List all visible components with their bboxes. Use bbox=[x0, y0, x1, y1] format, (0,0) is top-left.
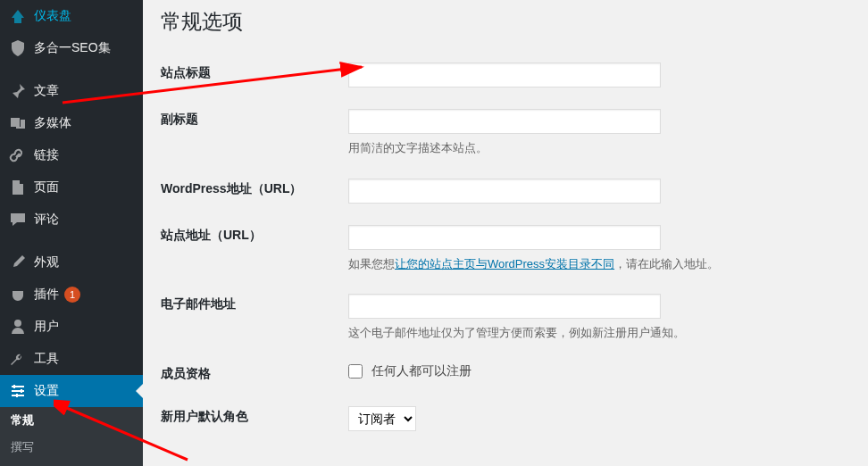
menu-plugins[interactable]: 插件 1 bbox=[0, 279, 143, 311]
menu-label: 多合一SEO集 bbox=[34, 40, 111, 56]
content-area: 常规选项 站点标题 副标题 用简洁的文字描述本站点。 WordPress地址（U… bbox=[143, 0, 868, 466]
membership-checkbox-label: 任何人都可以注册 bbox=[371, 363, 472, 378]
menu-posts[interactable]: 文章 bbox=[0, 75, 143, 107]
comment-icon bbox=[9, 211, 27, 229]
site-title-input[interactable] bbox=[348, 62, 661, 87]
menu-label: 用户 bbox=[34, 319, 59, 335]
label-default-role: 新用户默认角色 bbox=[161, 395, 339, 442]
site-url-desc: 如果您想让您的站点主页与WordPress安装目录不同，请在此输入地址。 bbox=[348, 255, 841, 273]
membership-option[interactable]: 任何人都可以注册 bbox=[348, 363, 472, 378]
plug-icon bbox=[9, 286, 27, 304]
dashboard-icon bbox=[9, 7, 27, 25]
menu-label: 仪表盘 bbox=[34, 8, 71, 24]
media-icon bbox=[9, 114, 27, 132]
email-desc: 这个电子邮件地址仅为了管理方便而索要，例如新注册用户通知。 bbox=[348, 324, 841, 342]
menu-pages[interactable]: 页面 bbox=[0, 171, 143, 204]
menu-label: 外观 bbox=[34, 254, 59, 270]
label-tagline: 副标题 bbox=[161, 98, 339, 168]
menu-label: 设置 bbox=[34, 383, 59, 399]
menu-users[interactable]: 用户 bbox=[0, 311, 143, 343]
menu-label: 文章 bbox=[34, 83, 59, 99]
site-url-input[interactable] bbox=[348, 225, 661, 250]
menu-label: 工具 bbox=[34, 351, 59, 367]
label-site-url: 站点地址（URL） bbox=[161, 214, 339, 284]
site-url-help-link[interactable]: 让您的站点主页与WordPress安装目录不同 bbox=[395, 257, 614, 270]
settings-form: 站点标题 副标题 用简洁的文字描述本站点。 WordPress地址（URL） bbox=[161, 52, 850, 442]
sliders-icon bbox=[9, 382, 27, 400]
menu-links[interactable]: 链接 bbox=[0, 139, 143, 171]
menu-label: 多媒体 bbox=[34, 115, 71, 131]
label-site-title: 站点标题 bbox=[161, 52, 339, 98]
membership-checkbox[interactable] bbox=[348, 364, 363, 379]
menu-label: 页面 bbox=[34, 179, 59, 196]
user-icon bbox=[9, 318, 27, 336]
admin-email-input[interactable] bbox=[348, 294, 661, 319]
menu-label: 评论 bbox=[34, 212, 59, 228]
label-membership: 成员资格 bbox=[161, 353, 339, 395]
admin-sidebar: 仪表盘 多合一SEO集 文章 多媒体 链接 页面 评论 bbox=[0, 0, 143, 466]
menu-label: 插件 bbox=[34, 287, 59, 303]
menu-comments[interactable]: 评论 bbox=[0, 204, 143, 236]
tagline-input[interactable] bbox=[348, 109, 661, 134]
menu-label: 链接 bbox=[34, 147, 59, 163]
page-icon bbox=[9, 179, 27, 196]
menu-dashboard[interactable]: 仪表盘 bbox=[0, 0, 143, 32]
shield-icon bbox=[9, 39, 27, 57]
brush-icon bbox=[9, 254, 27, 271]
submenu-reading[interactable]: 阅读 bbox=[0, 461, 143, 466]
tagline-desc: 用简洁的文字描述本站点。 bbox=[348, 139, 841, 157]
default-role-select[interactable]: 订阅者 bbox=[348, 406, 416, 431]
submenu-general[interactable]: 常规 bbox=[0, 407, 143, 434]
settings-submenu: 常规 撰写 阅读 bbox=[0, 407, 143, 466]
label-email: 电子邮件地址 bbox=[161, 283, 339, 353]
pin-icon bbox=[9, 82, 27, 100]
label-wp-url: WordPress地址（URL） bbox=[161, 168, 339, 214]
menu-seo[interactable]: 多合一SEO集 bbox=[0, 32, 143, 64]
wp-url-input[interactable] bbox=[348, 179, 661, 204]
link-icon bbox=[9, 146, 27, 164]
page-title: 常规选项 bbox=[161, 0, 850, 52]
menu-media[interactable]: 多媒体 bbox=[0, 107, 143, 139]
menu-tools[interactable]: 工具 bbox=[0, 343, 143, 375]
wrench-icon bbox=[9, 350, 27, 368]
submenu-writing[interactable]: 撰写 bbox=[0, 434, 143, 461]
menu-appearance[interactable]: 外观 bbox=[0, 246, 143, 279]
update-badge: 1 bbox=[64, 287, 80, 303]
menu-settings[interactable]: 设置 bbox=[0, 375, 143, 407]
